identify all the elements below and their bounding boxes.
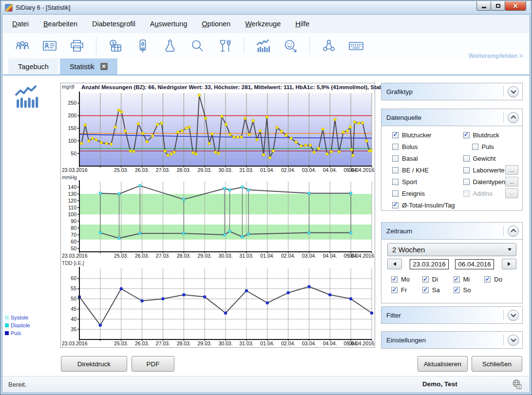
printer-icon[interactable] (69, 38, 85, 54)
svg-text:03.04.: 03.04. (302, 167, 316, 173)
next-period-button[interactable] (502, 259, 516, 269)
menu-diabetesprofil[interactable]: Diabetesprofil (92, 20, 135, 28)
checkbox-icon (454, 276, 460, 282)
statistics-icon[interactable] (255, 38, 271, 54)
datenquelle-body: Blutzucker Bolus Basal BE / KHE Sport Er… (381, 126, 523, 211)
checkbox-ereignis[interactable]: Ereignis (392, 188, 463, 199)
collapse-zeitraum-button[interactable] (508, 226, 519, 237)
expand-filter-button[interactable] (508, 310, 519, 321)
checkbox-mo[interactable]: Mo (391, 274, 422, 284)
checkbox-be-khe[interactable]: BE / KHE (392, 164, 463, 176)
checkbox-laborwerte[interactable]: Laborwerte (463, 164, 505, 176)
checkbox-so[interactable]: So (454, 285, 485, 295)
checkbox-basal[interactable]: Basal (392, 152, 463, 164)
svg-text:02.04.: 02.04. (281, 340, 295, 346)
chevron-down-icon (511, 337, 516, 342)
checkbox-icon (463, 155, 470, 162)
pdf-button[interactable]: PDF (132, 356, 174, 372)
main-content: mg/dl Anzahl Messungen (BZ): 66, Niedrig… (2, 75, 530, 376)
tab-tagebuch[interactable]: Tagebuch (8, 58, 58, 75)
tab-label: Tagebuch (18, 63, 49, 71)
close-button[interactable]: ✕ (505, 1, 526, 11)
checkbox-blutdruck[interactable]: Blutdruck (463, 129, 499, 141)
checkbox-datentypen[interactable]: Datentypen (463, 176, 506, 188)
checkbox-icon (392, 132, 399, 138)
menu-optionen[interactable]: Optionen (202, 20, 230, 28)
share-icon[interactable] (321, 38, 337, 54)
search-icon[interactable] (189, 38, 206, 54)
svg-text:29.03.: 29.03. (198, 167, 212, 173)
checkbox-puls[interactable]: Puls (472, 141, 494, 152)
menu-hilfe[interactable]: Hilfe (295, 20, 309, 28)
collapse-datenquelle-button[interactable] (508, 112, 519, 123)
checkbox-icon (392, 155, 399, 162)
range-select[interactable]: 2 Wochen (387, 243, 516, 256)
checkbox-icon (392, 144, 399, 150)
schliessen-button[interactable]: Schließen (472, 356, 522, 372)
titlebar[interactable]: SiDiary 6 - [Statistik] ✕ (2, 1, 530, 14)
menu-label: earbeiten (48, 20, 77, 28)
checkbox-icon (392, 190, 399, 197)
restore-button[interactable] (491, 1, 505, 11)
insulin-pump-icon[interactable] (134, 38, 151, 54)
chart-unit-label: mg/dl (62, 84, 75, 90)
checkbox-gewicht[interactable]: Gewicht (463, 152, 496, 164)
menu-label: A (150, 20, 155, 28)
menu-key: B (43, 20, 48, 28)
chart-blutzucker: mg/dl Anzahl Messungen (BZ): 66, Niedrig… (61, 83, 375, 174)
wellbeing-icon[interactable] (282, 38, 299, 54)
chevron-down-icon (511, 312, 516, 317)
checkbox-total-insulin[interactable]: Ø-Total-Insulin/Tag (392, 199, 463, 211)
checkbox-fr[interactable]: Fr (391, 285, 422, 295)
checkbox-do[interactable]: Do (484, 274, 515, 284)
window-title: SiDiary 6 - [Statistik] (16, 4, 71, 11)
expand-grafiktyp-button[interactable] (508, 86, 519, 97)
checkbox-icon (463, 179, 470, 185)
contact-card-icon[interactable] (41, 38, 58, 54)
prev-period-button[interactable] (387, 259, 402, 269)
date-from-input[interactable]: 23.03.2016 (410, 259, 449, 269)
checkbox-bolus[interactable]: Bolus (392, 141, 463, 152)
keyboard-icon[interactable] (348, 38, 364, 54)
lab-flask-icon[interactable] (162, 38, 178, 54)
svg-text:28.03.: 28.03. (177, 253, 191, 259)
menu-datei[interactable]: Datei (12, 20, 29, 28)
chart-blutdruck: mmHg 506070809010011012013014023.03.2016… (61, 174, 375, 260)
datentypen-more-button[interactable]: ... (505, 177, 518, 187)
menu-auswertung[interactable]: Auswertung (150, 20, 188, 28)
checkbox-sa[interactable]: Sa (422, 285, 454, 295)
menu-bearbeiten[interactable]: Bearbeiten (43, 20, 77, 28)
glucose-meter-icon[interactable] (107, 38, 124, 54)
tabbar: Tagebuch Statistik ✕ (2, 58, 530, 75)
svg-text:23.03.2016: 23.03.2016 (62, 167, 88, 173)
menubar: Datei Bearbeiten Diabetesprofil Auswertu… (2, 15, 530, 33)
restore-icon (496, 4, 500, 8)
menu-werkzeuge[interactable]: Werkzeuge (245, 20, 281, 28)
statistics-page-icon (12, 84, 41, 111)
users-icon[interactable] (14, 38, 31, 54)
direktdruck-button[interactable]: Direktdruck (61, 356, 127, 372)
tab-statistik[interactable]: Statistik ✕ (60, 58, 117, 75)
chart-stats-header: Anzahl Messungen (BZ): 66, Niedrigster W… (81, 84, 397, 90)
checkbox-blutzucker[interactable]: Blutzucker (392, 129, 463, 141)
checkbox-icon (392, 202, 399, 208)
chart-tdd: TDD [i.E.] 35404550556023.03.201625.03.2… (61, 260, 375, 347)
checkbox-mi[interactable]: Mi (454, 274, 485, 284)
aktualisieren-button[interactable]: Aktualisieren (418, 356, 468, 372)
date-to-input[interactable]: 06.04.2016 (455, 259, 494, 269)
statusbar: Bereit. Demo, Test ! (2, 376, 530, 393)
svg-text:25.03.: 25.03. (114, 167, 128, 173)
recommend-link[interactable]: Weiterempfehlen > (469, 53, 523, 59)
minimize-button[interactable] (476, 1, 491, 11)
checkbox-sport[interactable]: Sport (392, 176, 463, 188)
bp-legend: Systole Diastole Puls (5, 314, 30, 337)
expand-einstellungen-button[interactable] (508, 335, 519, 346)
checkbox-di[interactable]: Di (422, 274, 454, 284)
laborwerte-more-button[interactable]: ... (505, 165, 518, 175)
svg-text:55: 55 (71, 285, 76, 291)
status-text: Bereit. (8, 381, 27, 388)
legend-item: Diastole (5, 321, 30, 329)
nutrition-icon[interactable] (216, 38, 233, 54)
svg-text:29.03.: 29.03. (198, 253, 212, 259)
tab-close-icon[interactable]: ✕ (100, 63, 108, 70)
